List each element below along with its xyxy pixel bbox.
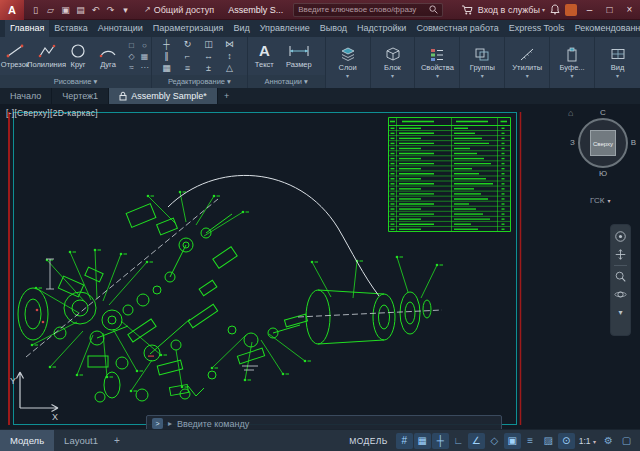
zoom-icon[interactable] xyxy=(613,269,628,284)
signin-button[interactable]: Вход в службы▾ xyxy=(478,5,545,15)
qat-customize-icon[interactable]: ▾ xyxy=(119,0,132,20)
rectangle-tool-icon[interactable]: □ xyxy=(125,40,138,51)
command-customize-icon[interactable]: > xyxy=(152,418,163,429)
viewcube-top-face[interactable]: Сверху xyxy=(590,130,616,156)
viewcube-east[interactable]: В xyxy=(631,138,636,147)
file-tab-drawing1[interactable]: Чертеж1 xyxy=(52,88,109,104)
modify-panel-title[interactable]: Редактирование ▾ xyxy=(152,75,247,88)
undo-icon[interactable]: ↶ xyxy=(89,0,102,20)
grid-toggle-icon[interactable]: # xyxy=(396,433,413,449)
array-tool-icon[interactable]: ▦ xyxy=(156,62,177,74)
isodraft-icon[interactable]: ◇ xyxy=(486,433,503,449)
snap-toggle-icon[interactable]: ▦ xyxy=(414,433,431,449)
dimension-tool-button[interactable]: Размер xyxy=(281,43,317,69)
more-tools-icon[interactable]: ⋯ xyxy=(138,62,151,73)
ribbon-tab-view[interactable]: Вид xyxy=(228,20,254,37)
object-snap-icon[interactable]: ▣ xyxy=(504,433,521,449)
ribbon-tab-insert[interactable]: Вставка xyxy=(49,20,92,37)
layout1-tab[interactable]: Layout1 xyxy=(54,430,108,451)
pan-icon[interactable] xyxy=(613,247,628,262)
annotation-scale-button[interactable]: 1:1 ▾ xyxy=(576,436,599,446)
app-menu-button[interactable]: A xyxy=(0,0,24,20)
app-store-cart-icon[interactable] xyxy=(461,5,473,15)
ribbon-tab-collaborate[interactable]: Совместная работа xyxy=(411,20,503,37)
polyline-tool-button[interactable]: Полилиния xyxy=(30,43,63,69)
rotate-tool-icon[interactable]: ↻ xyxy=(177,38,198,50)
mirror-tool-icon[interactable]: ⋈ xyxy=(219,38,240,50)
model-space-tab[interactable]: Модель xyxy=(0,430,54,451)
clean-screen-icon[interactable]: ▢ xyxy=(618,433,635,449)
properties-panel-button[interactable]: Свойства▾ xyxy=(415,37,460,88)
text-tool-button[interactable]: А Текст xyxy=(248,43,281,69)
lineweight-toggle-icon[interactable]: ≡ xyxy=(522,433,539,449)
drawing-area[interactable]: [-][Сверху][2D-каркас] ⌂ С Ю З В Сверху … xyxy=(0,104,640,429)
ribbon-tab-addins[interactable]: Надстройки xyxy=(352,20,411,37)
viewport-controls[interactable]: [-][Сверху][2D-каркас] xyxy=(6,108,98,118)
ribbon-tab-home[interactable]: Главная xyxy=(5,20,49,37)
chamfer-tool-icon[interactable]: △ xyxy=(219,62,240,74)
ucs-selector-button[interactable]: ГСК ▾ xyxy=(590,196,610,205)
groups-panel-button[interactable]: Группы▾ xyxy=(460,37,505,88)
scale-tool-icon[interactable]: ↕ xyxy=(219,50,240,62)
utilities-panel-button[interactable]: Утилиты▾ xyxy=(505,37,550,88)
workspace-gear-icon[interactable]: ⚙ xyxy=(600,433,617,449)
ribbon-tab-manage[interactable]: Управление xyxy=(255,20,315,37)
new-file-icon[interactable]: ▯ xyxy=(29,0,42,20)
block-panel-button[interactable]: Блок▾ xyxy=(371,37,416,88)
redo-icon[interactable]: ↷ xyxy=(104,0,117,20)
navbar-more-icon[interactable]: ▾ xyxy=(613,305,628,320)
minimize-button[interactable]: – xyxy=(582,0,597,20)
new-drawing-tab-button[interactable]: + xyxy=(218,88,236,104)
search-input[interactable] xyxy=(298,5,426,14)
viewcube-north[interactable]: С xyxy=(570,108,636,117)
trim-tool-icon[interactable]: ⌐ xyxy=(177,50,198,62)
notification-bell-icon[interactable] xyxy=(550,4,560,15)
lineweight-tool-icon[interactable]: ≡ xyxy=(177,62,198,74)
layers-panel-button[interactable]: Слои▾ xyxy=(326,37,371,88)
arc-tool-button[interactable]: Дуга xyxy=(93,43,123,69)
orbit-icon[interactable] xyxy=(613,287,628,302)
viewcube[interactable]: ⌂ С Ю З В Сверху xyxy=(570,110,636,176)
viewcube-south[interactable]: Ю xyxy=(570,169,636,178)
stretch-tool-icon[interactable]: ↔ xyxy=(198,50,219,62)
ribbon-tab-output[interactable]: Вывод xyxy=(315,20,352,37)
dynamic-input-icon[interactable]: ┼ xyxy=(432,433,449,449)
copy-tool-icon[interactable]: ◫ xyxy=(198,38,219,50)
circle-tool-button[interactable]: Круг xyxy=(63,43,93,69)
new-layout-button[interactable]: + xyxy=(108,435,126,446)
ribbon-tab-parametric[interactable]: Параметризация xyxy=(148,20,229,37)
ortho-toggle-icon[interactable]: ∟ xyxy=(450,433,467,449)
draw-panel-title[interactable]: Рисование ▾ xyxy=(0,75,151,88)
spline-tool-icon[interactable]: ≈ xyxy=(125,62,138,73)
transparency-toggle-icon[interactable]: ▨ xyxy=(540,433,557,449)
ribbon-tab-express-tools[interactable]: Express Tools xyxy=(504,20,570,37)
clipboard-panel-button[interactable]: Буфе...▾ xyxy=(550,37,595,88)
model-mode-button[interactable]: МОДЕЛЬ xyxy=(349,436,388,446)
hatch-tool-icon[interactable]: ▦ xyxy=(138,51,151,62)
search-icon[interactable] xyxy=(429,5,438,14)
viewcube-west[interactable]: З xyxy=(570,138,575,147)
share-button[interactable]: ↗ Общий доступ xyxy=(144,5,214,15)
polygon-tool-icon[interactable]: ◇ xyxy=(125,51,138,62)
fillet-tool-icon[interactable]: ± xyxy=(198,62,219,74)
ribbon-tab-annotate[interactable]: Аннотации xyxy=(93,20,148,37)
open-file-icon[interactable]: ▱ xyxy=(44,0,57,20)
save-icon[interactable]: ▣ xyxy=(59,0,72,20)
annotation-panel-title[interactable]: Аннотации ▾ xyxy=(248,75,325,88)
maximize-button[interactable]: □ xyxy=(602,0,617,20)
view-panel-button[interactable]: Вид▾ xyxy=(595,37,640,88)
ribbon-tab-featured-apps[interactable]: Рекомендованные приложения xyxy=(570,20,640,37)
line-tool-button[interactable]: Отрезок xyxy=(0,43,30,69)
featured-app-badge-icon[interactable] xyxy=(565,4,577,16)
file-tab-start[interactable]: Начало xyxy=(0,88,52,104)
command-input[interactable]: Введите команду xyxy=(177,419,249,429)
ellipse-tool-icon[interactable]: ○ xyxy=(138,40,151,51)
polar-tracking-icon[interactable]: ∠ xyxy=(468,433,485,449)
navigation-wheel-icon[interactable] xyxy=(613,229,628,244)
selection-cycling-icon[interactable]: ⊙ xyxy=(558,433,575,449)
model-space-canvas[interactable] xyxy=(0,104,640,429)
offset-tool-icon[interactable]: ∥ xyxy=(156,50,177,62)
move-tool-icon[interactable]: ┼ xyxy=(156,38,177,50)
file-tab-assembly-sample[interactable]: Assembly Sample* xyxy=(109,88,218,104)
close-button[interactable]: × xyxy=(622,0,637,20)
